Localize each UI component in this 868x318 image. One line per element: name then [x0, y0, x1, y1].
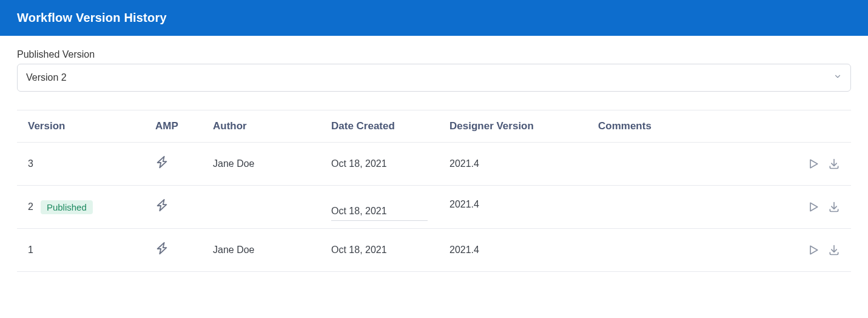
author-cell: [202, 186, 320, 229]
lightning-icon: [155, 161, 169, 171]
play-icon[interactable]: [807, 201, 819, 213]
table-row: 1 Jane Doe Oct 18, 2021 2021.4: [17, 229, 851, 272]
comments-cell: [587, 143, 784, 186]
col-version[interactable]: Version: [17, 110, 144, 143]
table-row: 2 Published Oct 18, 2021 2021.4: [17, 186, 851, 229]
page-title: Workflow Version History: [17, 11, 851, 25]
version-history-table: Version AMP Author Date Created Designer…: [17, 110, 851, 272]
comments-cell: [587, 186, 784, 229]
designer-cell: 2021.4: [439, 143, 587, 186]
table-header-row: Version AMP Author Date Created Designer…: [17, 110, 851, 143]
page-header: Workflow Version History: [0, 0, 868, 36]
date-cell: Oct 18, 2021: [320, 229, 439, 272]
table-row: 3 Jane Doe Oct 18, 2021 2021.4: [17, 143, 851, 186]
author-cell: Jane Doe: [202, 143, 320, 186]
version-number: 1: [28, 245, 33, 255]
play-icon[interactable]: [807, 244, 819, 256]
designer-cell: 2021.4: [439, 229, 587, 272]
chevron-down-icon: [833, 72, 842, 83]
col-amp[interactable]: AMP: [144, 110, 202, 143]
comments-cell: [587, 229, 784, 272]
svg-marker-1: [810, 203, 818, 211]
svg-marker-2: [810, 246, 818, 254]
published-version-select[interactable]: Version 2: [17, 64, 851, 92]
designer-cell: 2021.4: [439, 186, 587, 229]
content-area: Published Version Version 2 Version AMP …: [0, 36, 868, 272]
svg-marker-0: [810, 160, 818, 167]
date-cell: Oct 18, 2021: [320, 143, 439, 186]
lightning-icon: [155, 247, 169, 257]
col-date[interactable]: Date Created: [320, 110, 439, 143]
col-designer[interactable]: Designer Version: [439, 110, 587, 143]
published-version-label: Published Version: [17, 49, 851, 60]
published-badge: Published: [41, 200, 93, 214]
date-cell: Oct 18, 2021: [331, 206, 428, 221]
version-number: 3: [28, 158, 33, 169]
download-icon[interactable]: [828, 244, 840, 256]
download-icon[interactable]: [828, 158, 840, 170]
version-number: 2: [28, 201, 33, 212]
col-author[interactable]: Author: [202, 110, 320, 143]
lightning-icon: [155, 204, 169, 214]
author-cell: Jane Doe: [202, 229, 320, 272]
published-version-value: Version 2: [26, 72, 67, 83]
download-icon[interactable]: [828, 201, 840, 213]
play-icon[interactable]: [807, 158, 819, 170]
col-comments[interactable]: Comments: [587, 110, 784, 143]
col-actions: [784, 110, 851, 143]
